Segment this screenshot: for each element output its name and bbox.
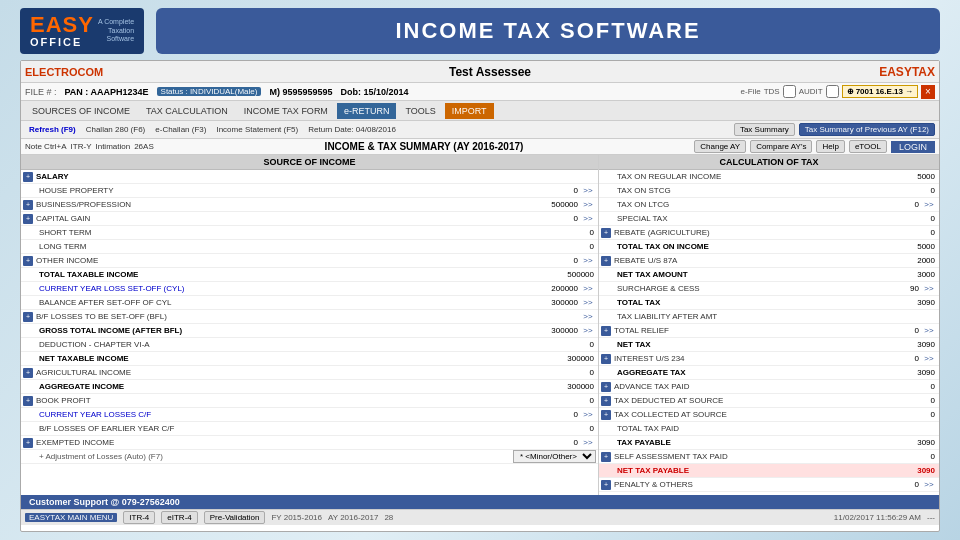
table-row: + B/F LOSSES TO BE SET-OFF (BFL) >> [21, 310, 598, 324]
row-btn-bfl[interactable]: + [23, 312, 33, 322]
table-row: TOTAL TAX ON INCOME 5000 [599, 240, 939, 254]
row-arrow[interactable]: >> [921, 480, 937, 489]
row-arrow[interactable]: >> [921, 326, 937, 335]
version-ver2: 16.E.13 [875, 87, 903, 96]
sub-refresh[interactable]: Refresh (F9) [25, 124, 80, 135]
row-label: INTEREST U/S 234 [614, 354, 861, 363]
form26as-item[interactable]: 26AS [134, 142, 154, 151]
row-value: 0 [861, 200, 921, 209]
menu-sources[interactable]: SOURCES OF INCOME [25, 103, 137, 119]
tax-summary-prev-button[interactable]: Tax Summary of Previous AY (F12) [799, 123, 935, 136]
row-arrow[interactable]: >> [580, 186, 596, 195]
row-arrow[interactable]: >> [580, 298, 596, 307]
row-arrow[interactable]: >> [580, 214, 596, 223]
row-label: TOTAL TAX PAID [617, 424, 937, 433]
table-row: NET TAX 3090 [599, 338, 939, 352]
close-button[interactable]: × [921, 85, 935, 99]
row-value: 5000 [877, 172, 937, 181]
row-btn-exempted[interactable]: + [23, 438, 33, 448]
row-arrow[interactable]: >> [580, 410, 596, 419]
row-value: 0 [520, 438, 580, 447]
sub-challan[interactable]: Challan 280 (F6) [82, 124, 150, 135]
row-label: BOOK PROFIT [36, 396, 536, 405]
row-arrow[interactable]: >> [580, 438, 596, 447]
row-value: 3000 [877, 270, 937, 279]
menu-ereturn[interactable]: e-RETURN [337, 103, 397, 119]
row-label: PENALTY & OTHERS [614, 480, 861, 489]
row-btn-other[interactable]: + [23, 256, 33, 266]
row-arrow[interactable]: >> [580, 312, 596, 321]
row-label: DEDUCTION - CHAPTER VI-A [39, 340, 536, 349]
prevalidation-button[interactable]: Pre-Validation [204, 511, 266, 524]
title-banner: INCOME TAX SOFTWARE [156, 8, 940, 54]
menu-tools[interactable]: TOOLS [398, 103, 442, 119]
itr-y-item[interactable]: ITR-Y [71, 142, 92, 151]
row-arrow[interactable]: >> [921, 200, 937, 209]
row-value: 300000 [520, 298, 580, 307]
row-btn-advance[interactable]: + [601, 382, 611, 392]
tax-summary-button[interactable]: Tax Summary [734, 123, 795, 136]
table-row: + OTHER INCOME 0 >> [21, 254, 598, 268]
table-row: AGGREGATE TAX 3090 [599, 366, 939, 380]
row-arrow[interactable]: >> [580, 326, 596, 335]
menu-itform[interactable]: INCOME TAX FORM [237, 103, 335, 119]
row-label: SALARY [36, 172, 536, 181]
menu-import[interactable]: IMPORT [445, 103, 494, 119]
table-row: SPECIAL TAX 0 [599, 212, 939, 226]
row-btn-salary[interactable]: + [23, 172, 33, 182]
etool-button[interactable]: eTOOL [849, 140, 887, 153]
assessee-name: Test Assessee [125, 65, 855, 79]
audit-checkbox[interactable] [826, 85, 839, 98]
row-btn-rebate87a[interactable]: + [601, 256, 611, 266]
row-btn-selfassess[interactable]: + [601, 452, 611, 462]
row-value: 500000 [520, 200, 580, 209]
row-value: 3090 [877, 368, 937, 377]
logo-box: EASY OFFICE A CompleteTaxationSoftware [20, 8, 144, 54]
change-ay-button[interactable]: Change AY [694, 140, 746, 153]
file-label: FILE # : [25, 87, 57, 97]
datetime-label: 11/02/2017 11:56:29 AM [834, 513, 921, 522]
row-value: 300000 [520, 326, 580, 335]
itr4-button[interactable]: ITR-4 [123, 511, 155, 524]
row-arrow[interactable]: >> [921, 354, 937, 363]
row-btn-book[interactable]: + [23, 396, 33, 406]
row-btn-capital[interactable]: + [23, 214, 33, 224]
row-btn-rebate-agri[interactable]: + [601, 228, 611, 238]
sub-echallan[interactable]: e-Challan (F3) [151, 124, 210, 135]
menu-tax-calc[interactable]: TAX CALCULATION [139, 103, 235, 119]
note-item[interactable]: Note Ctrl+A [25, 142, 67, 151]
row-label: NET TAXABLE INCOME [39, 354, 536, 363]
brand-name: EASYTAX [855, 65, 935, 79]
sub-income-stmt[interactable]: Income Statement (F5) [212, 124, 302, 135]
row-value: 3090 [877, 298, 937, 307]
row-arrow[interactable]: >> [580, 284, 596, 293]
main-menu-label[interactable]: EASYTAX MAIN MENU [25, 513, 117, 522]
row-btn-penalty[interactable]: + [601, 480, 611, 490]
ay-label: AY 2016-2017 [328, 513, 378, 522]
help-button[interactable]: Help [816, 140, 844, 153]
row-btn-relief[interactable]: + [601, 326, 611, 336]
pan-value: PAN : AAAPH1234E [65, 87, 149, 97]
compare-ay-button[interactable]: Compare AY's [750, 140, 812, 153]
eitr4-button[interactable]: eITR-4 [161, 511, 197, 524]
row-btn-business[interactable]: + [23, 200, 33, 210]
row-arrow[interactable]: >> [580, 256, 596, 265]
table-row: + TAX COLLECTED AT SOURCE 0 [599, 408, 939, 422]
row-btn-tds[interactable]: + [601, 396, 611, 406]
row-value: 90 [861, 284, 921, 293]
row-arrow[interactable]: >> [921, 284, 937, 293]
mobile-value: M) 9595959595 [269, 87, 332, 97]
row-value: 0 [520, 256, 580, 265]
row-value: 5000 [877, 242, 937, 251]
table-row: B/F LOSSES OF EARLIER YEAR C/F 0 [21, 422, 598, 436]
table-row: LONG TERM 0 [21, 240, 598, 254]
row-btn-interest234[interactable]: + [601, 354, 611, 364]
losses-dropdown[interactable]: * <Minor/Other> [513, 450, 596, 463]
row-btn-agri[interactable]: + [23, 368, 33, 378]
row-arrow[interactable]: >> [580, 200, 596, 209]
tds-checkbox[interactable] [783, 85, 796, 98]
row-btn-tcs[interactable]: + [601, 410, 611, 420]
dob-value: Dob: 15/10/2014 [341, 87, 409, 97]
login-button[interactable]: LOGIN [891, 141, 935, 153]
intimation-item[interactable]: Intimation [95, 142, 130, 151]
